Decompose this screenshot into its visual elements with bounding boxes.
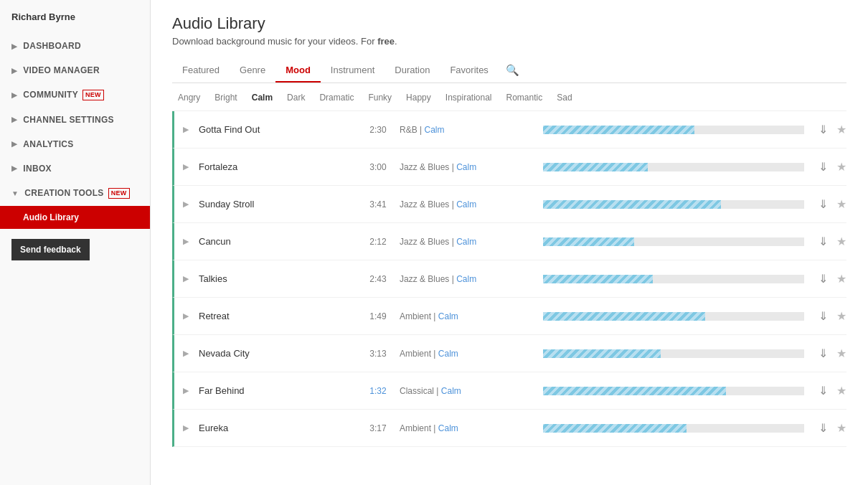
track-duration: 1:49: [357, 311, 400, 321]
sidebar-item-channel-settings[interactable]: ▶Channel Settings: [0, 108, 150, 132]
download-button[interactable]: ⇓: [819, 123, 828, 136]
subtab-calm[interactable]: Calm: [246, 90, 278, 105]
sidebar-nav: ▶Dashboard▶Video Manager▶CommunityNEW▶Ch…: [0, 34, 150, 206]
track-tag: Calm: [424, 125, 444, 135]
sidebar-active-audio-library[interactable]: Audio Library: [0, 206, 150, 229]
track-tag: Calm: [438, 349, 458, 359]
subtab-sad[interactable]: Sad: [551, 90, 577, 105]
track-duration[interactable]: 1:32: [357, 386, 400, 396]
page-subtitle: Download background music for your video…: [172, 36, 846, 47]
sidebar: Richard Byrne ▶Dashboard▶Video Manager▶C…: [0, 0, 151, 485]
tab-instrument[interactable]: Instrument: [321, 59, 385, 83]
track-popularity-bar: [543, 126, 804, 134]
track-popularity-bar: [543, 349, 804, 358]
favorite-button[interactable]: ★: [836, 309, 846, 323]
download-button[interactable]: ⇓: [819, 309, 828, 323]
download-button[interactable]: ⇓: [819, 347, 828, 360]
tab-duration[interactable]: Duration: [385, 59, 440, 83]
track-name: Fortaleza: [199, 161, 357, 172]
track-tag: Calm: [456, 237, 476, 247]
play-button[interactable]: ▶: [183, 237, 189, 246]
track-row: ▶Eureka3:17Ambient | Calm⇓★: [172, 410, 846, 447]
track-duration: 3:17: [357, 423, 400, 433]
track-popularity-bar: [543, 237, 804, 246]
play-button[interactable]: ▶: [183, 311, 189, 321]
play-button[interactable]: ▶: [183, 125, 189, 134]
sidebar-item-dashboard[interactable]: ▶Dashboard: [0, 34, 150, 58]
sidebar-item-inbox[interactable]: ▶Inbox: [0, 156, 150, 181]
play-button[interactable]: ▶: [183, 386, 189, 395]
track-tag: Calm: [441, 386, 461, 396]
track-list: ▶Gotta Find Out2:30R&B | Calm⇓★▶Fortalez…: [172, 111, 846, 485]
subtab-romantic[interactable]: Romantic: [501, 90, 549, 105]
subtab-happy[interactable]: Happy: [400, 90, 437, 105]
track-name: Talkies: [199, 273, 357, 284]
track-row: ▶Sunday Stroll3:41Jazz & Blues | Calm⇓★: [172, 186, 846, 223]
track-bar-fill: [543, 200, 721, 209]
favorite-button[interactable]: ★: [836, 123, 846, 136]
track-name: Eureka: [199, 423, 357, 433]
track-tag: Calm: [456, 199, 476, 209]
track-popularity-bar: [543, 163, 804, 171]
arrow-icon: ▶: [11, 164, 17, 172]
sidebar-item-community[interactable]: ▶CommunityNEW: [0, 83, 150, 108]
track-popularity-bar: [543, 387, 804, 395]
track-duration: 2:12: [357, 237, 400, 247]
sidebar-item-label: Analytics: [23, 139, 73, 149]
track-name: Gotta Find Out: [199, 124, 357, 135]
favorite-button[interactable]: ★: [836, 384, 846, 397]
subtab-funky[interactable]: Funky: [362, 90, 397, 105]
sidebar-item-analytics[interactable]: ▶Analytics: [0, 132, 150, 156]
subtab-angry[interactable]: Angry: [172, 90, 206, 105]
tab-favorites[interactable]: Favorites: [440, 59, 498, 83]
favorite-button[interactable]: ★: [836, 197, 846, 211]
favorite-button[interactable]: ★: [836, 272, 846, 286]
track-genre: Ambient | Calm: [400, 311, 543, 321]
sidebar-item-label: Community: [23, 90, 78, 100]
play-button[interactable]: ▶: [183, 274, 189, 283]
sidebar-item-creation-tools[interactable]: ▼Creation ToolsNEW: [0, 181, 150, 206]
favorite-button[interactable]: ★: [836, 160, 846, 174]
play-button[interactable]: ▶: [183, 199, 189, 209]
send-feedback-button[interactable]: Send feedback: [11, 239, 90, 260]
play-button[interactable]: ▶: [183, 349, 189, 358]
sidebar-item-label: Channel Settings: [23, 115, 114, 125]
track-duration: 3:13: [357, 349, 400, 359]
track-duration: 2:30: [357, 125, 400, 135]
track-name: Retreat: [199, 311, 357, 321]
track-genre: Jazz & Blues | Calm: [400, 274, 543, 284]
download-button[interactable]: ⇓: [819, 421, 828, 435]
favorite-button[interactable]: ★: [836, 235, 846, 248]
track-tag: Calm: [438, 423, 458, 433]
track-name: Cancun: [199, 236, 357, 247]
subtab-bright[interactable]: Bright: [209, 90, 242, 105]
download-button[interactable]: ⇓: [819, 160, 828, 174]
download-button[interactable]: ⇓: [819, 272, 828, 286]
search-icon[interactable]: 🔍: [499, 58, 527, 83]
play-button[interactable]: ▶: [183, 162, 189, 171]
track-bar-fill: [543, 349, 661, 358]
track-row: ▶Nevada City3:13Ambient | Calm⇓★: [172, 335, 846, 372]
subtab-dramatic[interactable]: Dramatic: [313, 90, 359, 105]
page-title: Audio Library: [172, 14, 846, 33]
track-name: Far Behind: [199, 385, 357, 396]
subtab-inspirational[interactable]: Inspirational: [440, 90, 498, 105]
tab-mood[interactable]: Mood: [275, 59, 321, 83]
track-popularity-bar: [543, 275, 804, 283]
favorite-button[interactable]: ★: [836, 347, 846, 360]
tab-featured[interactable]: Featured: [172, 59, 230, 83]
subtab-dark[interactable]: Dark: [281, 90, 311, 105]
download-button[interactable]: ⇓: [819, 197, 828, 211]
track-bar-fill: [543, 312, 705, 321]
download-button[interactable]: ⇓: [819, 235, 828, 248]
sidebar-item-video-manager[interactable]: ▶Video Manager: [0, 58, 150, 83]
track-bar-fill: [543, 237, 634, 246]
favorite-button[interactable]: ★: [836, 421, 846, 435]
download-button[interactable]: ⇓: [819, 384, 828, 397]
play-button[interactable]: ▶: [183, 423, 189, 433]
sidebar-item-label: Dashboard: [23, 41, 81, 51]
tab-genre[interactable]: Genre: [230, 59, 275, 83]
track-duration: 3:00: [357, 162, 400, 172]
main-content: Audio Library Download background music …: [151, 0, 868, 485]
track-genre: Jazz & Blues | Calm: [400, 199, 543, 209]
